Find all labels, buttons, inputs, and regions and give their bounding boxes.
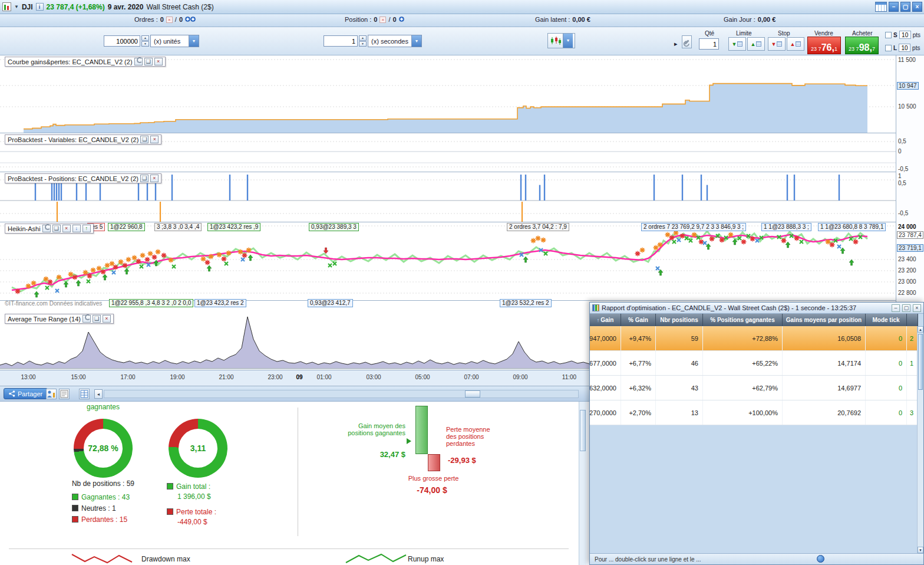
- workspace-grid-icon[interactable]: [875, 2, 887, 12]
- orders-label: Ordres :: [134, 16, 158, 23]
- report-titlebar[interactable]: Rapport d'optimisation - EC_CANDLE_V2 - …: [590, 303, 923, 314]
- share-button[interactable]: Partager: [4, 388, 48, 399]
- column-header[interactable]: [907, 314, 918, 326]
- price-axis-label: 23 000: [898, 278, 916, 285]
- scrollbar-thumb[interactable]: [580, 410, 586, 451]
- legend-perdantes: Perdantes : 15: [72, 515, 127, 524]
- l-checkbox[interactable]: [885, 45, 892, 51]
- close-button[interactable]: ×: [912, 2, 922, 12]
- maximize-icon[interactable]: ▢: [902, 304, 910, 312]
- order-tag: 3 ;3,8 3 ,0 3,4 ,4: [154, 223, 202, 231]
- wrench-icon[interactable]: [134, 58, 143, 65]
- window-icon[interactable]: ❑: [52, 225, 61, 232]
- stats-vertical-scrollbar[interactable]: [579, 402, 586, 565]
- close-icon[interactable]: ×: [913, 304, 921, 312]
- price-axis-label: 0: [898, 148, 902, 155]
- close-icon[interactable]: ×: [62, 225, 71, 232]
- window-icon[interactable]: ❑: [140, 175, 148, 182]
- table-row[interactable]: 677,0000+6,77%46+65,22%14,717401: [590, 351, 923, 376]
- atr-panel-header: Average True Range (14) ❑ ×: [5, 314, 114, 324]
- wrench-icon[interactable]: [82, 315, 91, 323]
- equity-panel-header: Courbe gains&pertes: EC_CANDLE_V2 (2) ❑ …: [5, 57, 166, 67]
- column-header[interactable]: Mode tick: [866, 314, 907, 326]
- timeframe-unit-select[interactable]: (x) secondes ▼: [368, 35, 422, 47]
- equity-curve-chart: [0, 55, 896, 133]
- timeframe-stepper[interactable]: ▲▼: [359, 35, 367, 47]
- chevron-down-icon[interactable]: ▼: [563, 34, 573, 48]
- quantity-unit-select[interactable]: (x) unités ▼: [150, 35, 199, 47]
- chart-type-button[interactable]: ▼: [547, 33, 575, 48]
- stop-buy-button[interactable]: ▼: [768, 37, 786, 51]
- stop-sell-button[interactable]: ▲: [787, 37, 804, 51]
- equity-panel-title: Courbe gains&pertes: EC_CANDLE_V2 (2): [8, 58, 133, 65]
- minimize-button[interactable]: –: [889, 2, 899, 12]
- column-header[interactable]: % Positions gagnantes: [703, 314, 783, 326]
- table-row[interactable]: 270,0000+2,70%13+100,00%20,769203: [590, 400, 923, 425]
- quantity-input[interactable]: [104, 35, 140, 47]
- s-checkbox[interactable]: [885, 32, 892, 38]
- report-vertical-scrollbar[interactable]: ▲ ▼: [917, 326, 923, 553]
- info-icon[interactable]: i: [36, 3, 44, 11]
- column-header[interactable]: Nbr positions: [656, 314, 703, 326]
- instrument-dropdown-arrow[interactable]: ▼: [14, 4, 19, 9]
- close-icon[interactable]: ×: [150, 175, 159, 182]
- table-row[interactable]: 632,0000+6,32%43+62,79%14,69770: [590, 376, 923, 400]
- column-header[interactable]: Gains moyens par position: [783, 314, 866, 326]
- maximize-button[interactable]: ▢: [900, 2, 910, 12]
- close-icon[interactable]: ×: [103, 315, 111, 323]
- perte-totale-value: -449,00 $: [177, 518, 216, 526]
- scrollbar-thumb[interactable]: [465, 390, 480, 398]
- price-axis-label: 23 400: [898, 256, 916, 262]
- scroll-down-button[interactable]: ▼: [918, 547, 923, 553]
- cancel-orders-icon[interactable]: ×: [166, 17, 173, 23]
- l-label: L: [893, 45, 897, 51]
- download-arrow-icon[interactable]: ↓: [72, 225, 81, 232]
- gears-icon[interactable]: [399, 16, 404, 23]
- chart-horizontal-scrollbar[interactable]: [104, 390, 579, 398]
- news-icon[interactable]: [59, 389, 70, 399]
- info-dot-icon[interactable]: [817, 555, 824, 563]
- position-count: 0: [374, 16, 377, 23]
- section-divider: [9, 548, 569, 549]
- gears-icon[interactable]: [185, 16, 196, 23]
- table-cell: 46: [656, 351, 703, 375]
- limite-sell-button[interactable]: ▲: [747, 37, 765, 51]
- close-position-icon[interactable]: ×: [380, 17, 386, 23]
- buy-button[interactable]: 23 798,7: [845, 37, 879, 54]
- table-row[interactable]: 947,0000+9,47%59+72,88%16,050802: [590, 326, 923, 351]
- price-axis-label: 11 500: [898, 57, 916, 63]
- window-icon[interactable]: ❑: [93, 315, 101, 323]
- trader-profile-icon[interactable]: [46, 389, 57, 399]
- close-icon[interactable]: ×: [154, 58, 163, 65]
- column-header[interactable]: ↑Gain: [590, 314, 621, 326]
- stop-buttons: ▼ ▲: [768, 37, 804, 51]
- minimize-icon[interactable]: –: [892, 304, 900, 312]
- timeframe-input[interactable]: [324, 35, 358, 47]
- settings-wrench-button[interactable]: [682, 35, 692, 48]
- s-pts-input[interactable]: [899, 31, 911, 39]
- close-icon[interactable]: ×: [150, 136, 159, 143]
- s-label: S: [893, 32, 897, 38]
- qty-input[interactable]: [699, 38, 719, 50]
- quantity-stepper[interactable]: ▲▼: [141, 35, 149, 47]
- dark-swatch: [72, 505, 78, 511]
- report-footer-text: Pour ... double-click sur une ligne et l…: [595, 556, 701, 563]
- scroll-up-button[interactable]: ▲: [918, 326, 923, 333]
- window-icon[interactable]: ❑: [140, 136, 148, 143]
- collapse-arrow-icon[interactable]: ▸: [674, 40, 678, 48]
- scroll-left-button[interactable]: ◄: [94, 389, 103, 399]
- upload-arrow-icon[interactable]: ↑: [82, 225, 91, 232]
- window-icon[interactable]: ❑: [144, 58, 153, 65]
- column-header[interactable]: % Gain: [621, 314, 656, 326]
- chevron-down-icon[interactable]: ▼: [411, 35, 421, 47]
- wrench-icon[interactable]: [42, 225, 51, 232]
- gain-latent-value: 0,00 €: [572, 16, 590, 23]
- l-pts-input[interactable]: [899, 44, 910, 52]
- limite-buy-button[interactable]: ▼: [728, 37, 746, 51]
- sell-button[interactable]: 23 776,1: [807, 37, 841, 54]
- chevron-down-icon[interactable]: ▼: [189, 35, 199, 47]
- buy-price-sup: 7: [872, 46, 875, 52]
- scrollbar-thumb[interactable]: [918, 334, 923, 390]
- price-axis[interactable]: 11 50010 94710 5000,50-0,510,5-0,524 000…: [896, 55, 924, 302]
- table-grid-icon[interactable]: [79, 389, 90, 399]
